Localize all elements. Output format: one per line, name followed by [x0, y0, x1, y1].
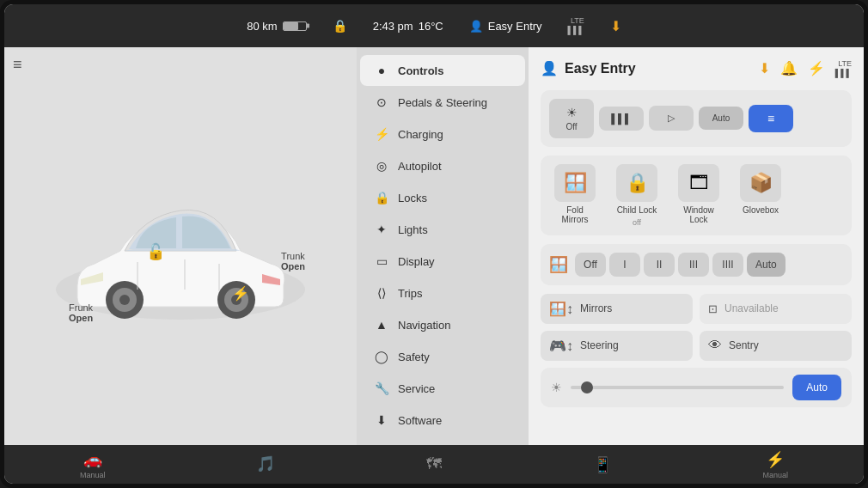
glovebox-item[interactable]: 📦 Glovebox [735, 164, 786, 215]
menu-icon-controls: ● [374, 64, 389, 77]
brightness-off-btn[interactable]: ☀ Off [549, 99, 594, 138]
brightness-buttons: ☀ Off ▌▌▌ ▷ Auto ≡ [549, 99, 843, 138]
menu-item-service[interactable]: 🔧Service [360, 373, 525, 404]
unavailable-label: Unavailable [724, 302, 779, 314]
menu-item-software[interactable]: ⬇Software [360, 405, 525, 436]
menu-item-navigation[interactable]: ▲Navigation [360, 309, 525, 340]
menu-icon-trips: ⟨⟩ [374, 286, 389, 300]
person-icon: 👤 [541, 60, 558, 76]
lte-group: LTE▌▌▌ [568, 16, 584, 35]
car-panel: ≡ [4, 47, 357, 445]
brightness-auto-btn[interactable]: Auto [699, 107, 743, 130]
time-group: 2:43 pm 16°C [373, 20, 443, 33]
sentry-label: Sentry [729, 339, 759, 351]
header-icons: ⬇ 🔔 ⚡ LTE▌▌▌ [759, 59, 852, 78]
child-lock-item[interactable]: 🔒 Child Lock off [611, 164, 663, 227]
bottom-energy[interactable]: ⚡ Manual [763, 450, 789, 479]
menu-icon-locks: 🔒 [374, 191, 389, 204]
menu-label-locks: Locks [398, 192, 427, 204]
brightness-full-btn[interactable]: ≡ [749, 105, 793, 132]
battery-icon [283, 21, 307, 31]
glovebox-icon: 📦 [749, 172, 773, 194]
wiper-off-btn[interactable]: Off [575, 253, 606, 277]
wiper-section: 🪟 Off I II III IIII Auto [541, 244, 852, 285]
brightness-1-btn[interactable]: ▌▌▌ [599, 107, 644, 131]
menu-item-controls[interactable]: ●Controls [360, 55, 525, 86]
right-panel-header: 👤 Easy Entry ⬇ 🔔 ⚡ LTE▌▌▌ [541, 59, 852, 78]
menu-item-pedals[interactable]: ⊙Pedals & Steering [360, 87, 525, 118]
menu-label-service: Service [398, 382, 435, 395]
bottom-media-icon: 🎵 [256, 454, 275, 473]
brightness-slider[interactable] [571, 386, 784, 389]
bottom-phone-icon: 📱 [593, 455, 612, 474]
brightness-2-btn[interactable]: ▷ [649, 106, 694, 131]
bottom-media[interactable]: 🎵 [256, 454, 275, 475]
bottom-energy-icon: ⚡ [766, 450, 785, 469]
wiper-iiii-btn[interactable]: IIII [712, 253, 743, 277]
steering-icon: 🎮↕ [549, 338, 573, 354]
feature-row: 🪟 FoldMirrors 🔒 Child Lock off [549, 164, 843, 227]
trunk-label: Trunk Open [281, 251, 305, 271]
mirrors-row: 🪟↕ Mirrors ⊡ Unavailable [541, 294, 852, 324]
unavailable-icon: ⊡ [708, 302, 718, 315]
features-section: 🪟 FoldMirrors 🔒 Child Lock off [541, 156, 852, 235]
download-group[interactable]: ⬇ [610, 18, 621, 34]
unlock-icon[interactable]: 🔓 [146, 242, 165, 261]
menu-icon-pedals: ⊙ [374, 95, 389, 109]
charging-bolt-icon: ⚡ [232, 285, 249, 302]
battery-group: 80 km [247, 20, 306, 33]
window-lock-icon: 🗔 [689, 172, 708, 194]
fold-mirrors-icon-box: 🪟 [554, 164, 596, 202]
top-bar: 80 km 🔒 2:43 pm 16°C 👤 Easy Entry LTE▌▌▌… [4, 4, 864, 47]
menu-panel: ●Controls⊙Pedals & Steering⚡Charging◎Aut… [357, 47, 529, 445]
menu-item-charging[interactable]: ⚡Charging [360, 119, 525, 149]
brightness-off-icon: ☀ [566, 106, 578, 119]
slider-section: ☀ Auto [541, 368, 852, 407]
battery-km: 80 km [247, 20, 277, 33]
wiper-ii-btn[interactable]: II [644, 253, 675, 277]
sidebar-toggle-icon[interactable]: ≡ [13, 56, 22, 74]
menu-icon-lights: ✦ [374, 223, 389, 236]
child-lock-icon-box: 🔒 [616, 164, 657, 202]
mirrors-col[interactable]: 🪟↕ Mirrors [541, 294, 693, 324]
menu-label-navigation: Navigation [398, 319, 450, 332]
brightness-2-icon: ▷ [668, 113, 675, 124]
menu-item-locks[interactable]: 🔒Locks [360, 182, 525, 213]
fold-mirrors-item[interactable]: 🪟 FoldMirrors [549, 164, 601, 224]
profile-label: Easy Entry [488, 20, 542, 33]
bottom-car[interactable]: 🚗 Manual [80, 450, 106, 479]
header-download-icon[interactable]: ⬇ [759, 60, 770, 76]
wiper-i-btn[interactable]: I [609, 253, 640, 277]
header-bt-icon[interactable]: ⚡ [808, 60, 825, 76]
header-bell-icon[interactable]: 🔔 [780, 60, 798, 76]
bottom-nav[interactable]: 🗺 [426, 455, 442, 473]
lte-badge: LTE▌▌▌ [568, 16, 584, 35]
wiper-buttons: 🪟 Off I II III IIII Auto [549, 253, 843, 277]
profile-group[interactable]: 👤 Easy Entry [469, 20, 542, 33]
menu-icon-safety: ◯ [374, 350, 389, 363]
menu-item-autopilot[interactable]: ◎Autopilot [360, 150, 525, 181]
wiper-iii-btn[interactable]: III [678, 253, 709, 277]
brightness-full-icon: ≡ [767, 112, 774, 125]
wiper-auto-btn[interactable]: Auto [747, 253, 785, 277]
menu-label-lights: Lights [398, 223, 428, 236]
menu-item-trips[interactable]: ⟨⟩Trips [360, 278, 525, 308]
menu-label-display: Display [398, 255, 435, 268]
sentry-col[interactable]: 👁 Sentry [700, 331, 852, 361]
steering-col[interactable]: 🎮↕ Steering [541, 331, 693, 361]
child-lock-icon: 🔒 [626, 172, 649, 194]
mirrors-icon: 🪟↕ [549, 301, 573, 317]
bottom-phone[interactable]: 📱 [593, 455, 612, 474]
menu-item-lights[interactable]: ✦Lights [360, 214, 525, 245]
header-lte-badge: LTE▌▌▌ [835, 59, 852, 78]
menu-label-controls: Controls [398, 64, 443, 77]
slider-sun-icon: ☀ [551, 381, 562, 394]
menu-item-display[interactable]: ▭Display [360, 246, 525, 277]
bottom-car-label: Manual [80, 471, 106, 479]
menu-icon-navigation: ▲ [374, 318, 389, 332]
menu-item-safety[interactable]: ◯Safety [360, 341, 525, 372]
brightness-section: ☀ Off ▌▌▌ ▷ Auto ≡ [541, 90, 852, 147]
menu-item-upgrades[interactable]: 🔓Upgrades [360, 436, 525, 445]
window-lock-item[interactable]: 🗔 WindowLock [673, 164, 724, 224]
slider-auto-btn[interactable]: Auto [792, 375, 841, 400]
